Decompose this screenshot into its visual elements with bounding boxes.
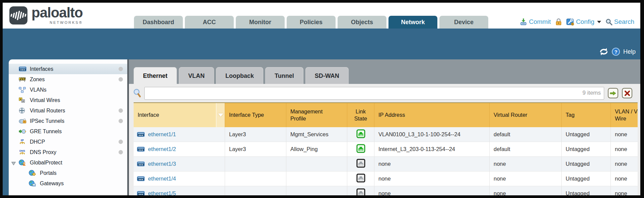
status-dot (119, 119, 123, 123)
help-icon[interactable]: ? (612, 47, 620, 56)
column-header-link-state[interactable]: Link State (347, 103, 374, 127)
sidebar-item[interactable]: IPSec Tunnels (9, 116, 127, 126)
sidebar-item-label: DNS Proxy (30, 149, 56, 155)
top-bar: paloalto NETWORKS® DashboardACCMonitorPo… (3, 3, 640, 29)
vlan-wire-cell: none (611, 142, 638, 156)
config-dropdown[interactable]: Config (566, 18, 601, 26)
interface-link[interactable]: ethernet1/4 (148, 176, 176, 182)
sidebar-item[interactable]: GRE Tunnels (9, 126, 127, 137)
svg-text:?: ? (614, 49, 617, 55)
interface-link[interactable]: ethernet1/3 (148, 161, 176, 167)
sidebar-item[interactable]: Interfaces (9, 64, 127, 74)
sidebar-item[interactable]: Zones (9, 74, 127, 85)
sidebar-item-label: GRE Tunnels (30, 129, 62, 135)
ethernet-icon (19, 66, 28, 71)
column-header-interface-type[interactable]: Interface Type (225, 103, 286, 127)
sidebar-item[interactable]: Virtual Routers (9, 105, 127, 116)
interface-link[interactable]: ethernet1/1 (148, 131, 176, 138)
column-header-virtual-router[interactable]: Virtual Router (490, 103, 562, 127)
sidebar-item[interactable]: IP DHCP (9, 137, 127, 147)
brand-name: paloalto (31, 6, 83, 19)
apply-filter-button[interactable] (608, 88, 618, 98)
ip-address-cell: VLAN0100_L3_10-1-100-254--24 (374, 127, 490, 142)
link-state-down-icon (356, 188, 365, 195)
lock-icon[interactable] (555, 18, 562, 26)
ip-address-cell: none (374, 157, 490, 171)
column-header-interface[interactable]: Interface (134, 103, 216, 127)
sidebar-item-label: Interfaces (30, 66, 53, 72)
status-dot (119, 150, 123, 154)
sub-tab-strip: EthernetVLANLoopbackTunnelSD-WAN (129, 59, 640, 84)
sidebar-item[interactable]: Virtual Wires (9, 95, 127, 105)
status-dot (119, 67, 123, 71)
clear-filter-button[interactable] (622, 88, 632, 98)
table-row: ethernet1/1 Layer3 Mgmt_Services VLAN010… (134, 127, 638, 142)
table-row: ethernet1/2 Layer3 Allow_Ping Internet_L… (134, 142, 638, 157)
tag-cell: Untagged (562, 186, 611, 195)
nav-tab[interactable]: Device (439, 16, 488, 29)
sidebar-item[interactable]: VLANs (9, 85, 127, 95)
column-header-tag[interactable]: Tag (562, 103, 611, 127)
refresh-icon[interactable] (599, 48, 609, 56)
globalprotect-icon (19, 159, 28, 166)
link-state-up-icon (356, 144, 365, 154)
search-button[interactable]: Search (605, 18, 634, 26)
virtual-wires-icon (19, 97, 28, 103)
nav-tab[interactable]: Dashboard (134, 16, 183, 29)
arrow-right-icon (610, 91, 616, 96)
sidebar-item[interactable]: Gateways (9, 178, 127, 189)
sidebar-item-label: Virtual Routers (30, 108, 65, 114)
ip-address-cell: none (374, 186, 490, 195)
gre-tunnels-icon (19, 129, 28, 134)
commit-button[interactable]: Commit (520, 18, 551, 26)
vlan-wire-cell: none (611, 157, 638, 171)
nav-tab[interactable]: Monitor (236, 16, 285, 29)
table-row: ethernet1/5 none none Untagged none (134, 186, 638, 195)
filter-input[interactable] (144, 87, 604, 100)
link-state-down-icon (356, 159, 365, 169)
ethernet-icon (137, 191, 146, 195)
paloalto-logo-icon (9, 6, 27, 24)
sort-dropdown-icon[interactable] (216, 103, 225, 127)
sidebar-item-label: IPSec Tunnels (30, 118, 64, 124)
interface-link[interactable]: ethernet1/5 (148, 190, 176, 195)
interface-type-cell (225, 171, 286, 186)
sub-tab[interactable]: SD-WAN (305, 67, 349, 84)
brand-subtitle: NETWORKS® (50, 20, 83, 24)
content-area: Interfaces Zones VLANs Virtual Wires (3, 59, 640, 195)
filter-search-icon (133, 89, 142, 98)
sidebar-item[interactable]: Portals (9, 168, 127, 178)
column-header-ip-address[interactable]: IP Address (374, 103, 490, 127)
column-header-management-profile[interactable]: Management Profile (286, 103, 347, 127)
column-header-vlan-virtual-wire[interactable]: VLAN / Virtual Wire (611, 103, 638, 127)
sidebar-item-label: VLANs (30, 87, 47, 93)
commit-icon (520, 18, 527, 26)
nav-tab[interactable]: Policies (287, 16, 336, 29)
sub-tab[interactable]: Tunnel (265, 67, 303, 84)
sidebar-item-label: Zones (30, 77, 45, 83)
virtual-router-cell: default (490, 127, 562, 142)
interface-link[interactable]: ethernet1/2 (148, 146, 176, 152)
sub-tab[interactable]: VLAN (179, 67, 214, 84)
sidebar-item[interactable]: DNS DNS Proxy (9, 147, 127, 157)
main-nav-tabs: DashboardACCMonitorPoliciesObjectsNetwor… (134, 16, 488, 29)
management-profile-cell (286, 171, 347, 186)
sub-tab[interactable]: Loopback (216, 67, 263, 84)
sidebar-item[interactable]: GlobalProtect (9, 157, 127, 168)
nav-tab[interactable]: ACC (185, 16, 234, 29)
config-icon (566, 18, 574, 26)
sub-tab[interactable]: Ethernet (134, 67, 177, 84)
virtual-routers-icon (19, 107, 28, 114)
virtual-router-cell: none (490, 186, 562, 195)
gateways-icon (29, 180, 38, 187)
tag-cell: Untagged (562, 127, 611, 142)
expand-triangle-icon[interactable] (11, 161, 16, 167)
search-label: Search (614, 18, 634, 26)
nav-tab[interactable]: Network (388, 16, 437, 29)
help-label[interactable]: Help (623, 48, 636, 55)
item-count: 9 items (582, 90, 601, 96)
tag-cell: Untagged (562, 157, 611, 171)
management-profile-cell: Mgmt_Services (286, 127, 347, 142)
nav-tab[interactable]: Objects (338, 16, 386, 29)
tag-cell: Untagged (562, 171, 611, 186)
